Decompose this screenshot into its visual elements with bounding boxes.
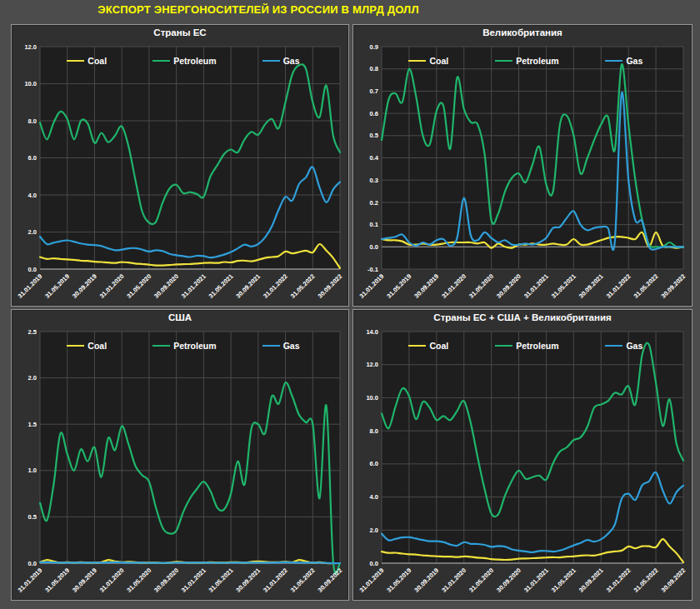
y-tick-label: 4.0 [370, 493, 378, 501]
x-tick-label: 30.09.2020 [495, 272, 522, 300]
x-tick-label: 30.09.2022 [317, 567, 344, 594]
y-tick-label: 0.5 [370, 132, 378, 139]
x-tick-label: 31.01.2022 [262, 272, 289, 300]
y-tick-label: 2.5 [28, 328, 37, 336]
y-tick-label: 0.5 [28, 513, 37, 521]
x-tick-label: 30.09.2019 [412, 272, 440, 300]
y-tick-label: 0.1 [370, 221, 378, 228]
y-tick-label: 2.0 [28, 228, 37, 236]
chart-panel-usa: США 31.01.201931.05.201930.09.201931.01.… [11, 309, 349, 601]
plot-area-uk: 31.01.201931.05.201930.09.201931.01.2020… [353, 42, 692, 306]
y-tick-label: 6.0 [28, 154, 37, 162]
plot-background [40, 332, 340, 563]
x-tick-label: 31.05.2020 [125, 567, 152, 594]
y-tick-label: 8.0 [28, 117, 37, 125]
plot-area-usa: 31.01.201931.05.201930.09.201931.01.2020… [12, 327, 348, 600]
plot-background [382, 332, 683, 563]
y-tick-label: 0.4 [370, 154, 379, 162]
x-tick-label: 31.05.2020 [468, 567, 495, 594]
x-tick-label: 30.09.2022 [317, 272, 344, 300]
x-tick-label: 30.09.2019 [71, 272, 98, 300]
x-tick-label: 31.05.2020 [125, 272, 152, 300]
chart-title-total: Страны ЕС + США + Великобритания [353, 310, 692, 327]
y-tick-label: 0.0 [370, 560, 378, 567]
chart-panel-uk: Великобритания 31.01.201931.05.201930.09… [352, 24, 692, 307]
x-tick-label: 30.09.2020 [152, 272, 180, 300]
chart-panel-total: Страны ЕС + США + Великобритания 31.01.2… [352, 309, 692, 601]
y-tick-label: 1.5 [28, 421, 37, 428]
line-chart-uk: 31.01.201931.05.201930.09.201931.01.2020… [353, 42, 692, 306]
x-tick-label: 31.05.2022 [632, 272, 660, 300]
x-tick-label: 30.09.2019 [71, 567, 98, 594]
x-tick-label: 30.09.2020 [152, 567, 180, 594]
plot-area-eu: 31.01.201931.05.201930.09.201931.01.2020… [12, 42, 348, 306]
x-tick-label: 31.01.2020 [440, 567, 468, 594]
y-tick-label: 2.0 [370, 527, 378, 534]
x-tick-label: 30.09.2020 [495, 567, 522, 594]
x-tick-label: 31.01.2020 [98, 567, 126, 594]
x-tick-label: 31.01.2019 [358, 272, 386, 300]
y-tick-label: 0.0 [28, 266, 37, 273]
x-tick-label: 31.01.2022 [605, 567, 632, 594]
line-chart-usa: 31.01.201931.05.201930.09.201931.01.2020… [12, 327, 348, 600]
y-tick-label: 0.0 [28, 560, 37, 567]
x-tick-label: 31.05.2021 [208, 567, 235, 594]
x-tick-label: 30.09.2021 [578, 272, 605, 300]
y-tick-label: 1.0 [28, 467, 37, 474]
chart-panel-eu: Страны ЕС 31.01.201931.05.201930.09.2019… [11, 24, 349, 307]
charts-grid: Страны ЕС 31.01.201931.05.201930.09.2019… [11, 24, 692, 602]
x-tick-label: 31.05.2021 [208, 272, 235, 300]
x-tick-label: 30.09.2021 [234, 272, 262, 300]
gas-line [40, 562, 340, 563]
y-tick-label: 0.8 [370, 65, 378, 72]
y-tick-label: -0.1 [368, 266, 378, 273]
x-tick-label: 31.05.2022 [632, 567, 660, 594]
x-tick-label: 31.05.2019 [43, 567, 71, 594]
line-chart-eu: 31.01.201931.05.201930.09.201931.01.2020… [12, 42, 348, 306]
x-tick-label: 31.01.2022 [262, 567, 289, 594]
y-tick-label: 12.0 [366, 361, 378, 368]
x-tick-label: 30.09.2022 [660, 272, 688, 300]
y-tick-label: 0.3 [370, 177, 378, 184]
chart-title-eu: Страны ЕС [12, 25, 348, 42]
x-tick-label: 31.05.2019 [43, 272, 71, 300]
y-tick-label: 4.0 [28, 192, 37, 199]
page-title: ЭКСПОРТ ЭНЕРГОНОСИТЕЛЕЙ ИЗ РОССИИ В МЛРД… [0, 3, 517, 16]
y-tick-label: 12.0 [24, 43, 37, 51]
y-tick-label: 0.6 [370, 110, 378, 117]
x-tick-label: 31.05.2022 [289, 567, 317, 594]
x-tick-label: 31.01.2021 [180, 272, 208, 300]
x-tick-label: 31.05.2021 [550, 567, 578, 594]
x-tick-label: 31.01.2021 [522, 567, 550, 594]
x-tick-label: 31.01.2019 [17, 272, 44, 300]
x-tick-label: 30.09.2021 [234, 567, 262, 594]
x-tick-label: 31.01.2020 [440, 272, 468, 300]
x-tick-label: 31.05.2019 [385, 567, 412, 594]
x-tick-label: 31.01.2021 [522, 272, 550, 300]
y-tick-label: 0.9 [370, 43, 378, 51]
x-tick-label: 31.01.2020 [98, 272, 126, 300]
y-tick-label: 14.0 [366, 328, 378, 336]
chart-title-uk: Великобритания [353, 25, 692, 42]
x-tick-label: 31.05.2022 [289, 272, 317, 300]
y-tick-label: 10.0 [24, 80, 37, 87]
x-tick-label: 31.05.2019 [385, 272, 412, 300]
x-tick-label: 31.01.2019 [358, 567, 386, 594]
chart-title-usa: США [12, 310, 348, 327]
x-tick-label: 31.01.2022 [605, 272, 632, 300]
y-tick-label: 2.0 [28, 374, 37, 382]
x-tick-label: 31.05.2021 [550, 272, 578, 300]
x-tick-label: 30.09.2021 [578, 567, 605, 594]
y-tick-label: 0.2 [370, 199, 378, 207]
y-tick-label: 10.0 [366, 394, 378, 402]
x-tick-label: 31.01.2019 [17, 567, 44, 594]
y-tick-label: 0.0 [370, 243, 378, 251]
x-tick-label: 30.09.2019 [412, 567, 440, 594]
y-tick-label: 0.7 [370, 87, 378, 95]
y-tick-label: 8.0 [370, 427, 378, 435]
y-tick-label: 6.0 [370, 460, 378, 467]
x-tick-label: 31.05.2020 [468, 272, 495, 300]
line-chart-total: 31.01.201931.05.201930.09.201931.01.2020… [353, 327, 692, 600]
x-tick-label: 30.09.2022 [660, 567, 688, 594]
plot-area-total: 31.01.201931.05.201930.09.201931.01.2020… [353, 327, 692, 600]
